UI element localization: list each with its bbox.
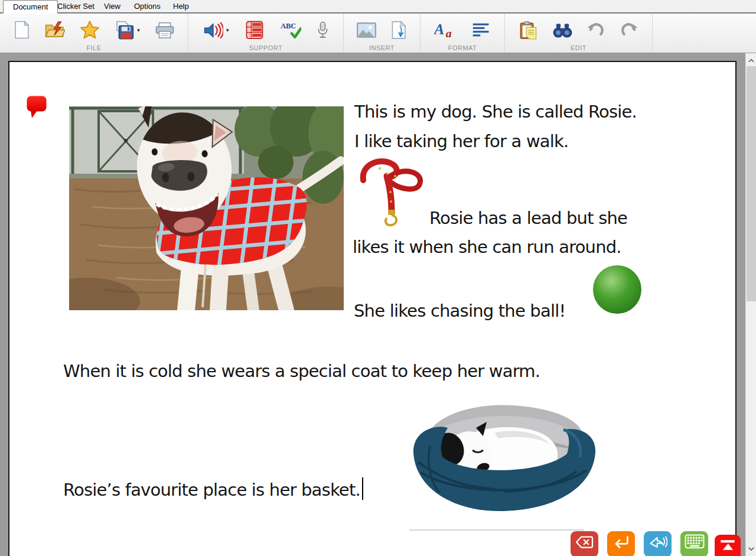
clicker-tab-icon bbox=[719, 538, 737, 552]
save-dropdown-arrow[interactable]: ▼ bbox=[136, 28, 141, 33]
megaphone-icon bbox=[648, 534, 667, 550]
font-aa-icon: Aa bbox=[434, 21, 457, 39]
tab-view[interactable]: View bbox=[104, 0, 120, 13]
doc-line-4[interactable]: likes it when she can run around. bbox=[353, 237, 621, 257]
toolbar-group-file: ▼ FILE bbox=[0, 14, 188, 53]
green-ball-image[interactable] bbox=[592, 265, 642, 317]
enter-icon bbox=[612, 534, 630, 551]
svg-text:1: 1 bbox=[248, 22, 250, 27]
undo-button[interactable] bbox=[586, 16, 606, 44]
favorites-button[interactable] bbox=[79, 16, 101, 44]
spellcheck-button[interactable]: ABC bbox=[279, 16, 302, 44]
star-icon bbox=[80, 20, 100, 40]
insert-picture-button[interactable] bbox=[356, 16, 377, 44]
menu-tab-bar: Document Clicker Set View Options Help bbox=[0, 0, 756, 13]
text-cursor bbox=[362, 477, 364, 500]
print-button[interactable] bbox=[154, 16, 175, 44]
scroll-up-button[interactable] bbox=[746, 54, 756, 66]
save-button[interactable]: ▼ bbox=[113, 16, 142, 44]
doc-line-7[interactable]: Rosie’s favourite place is her basket. bbox=[63, 477, 363, 500]
tab-clicker-set[interactable]: Clicker Set bbox=[57, 0, 94, 13]
clicker-window: Document Clicker Set View Options Help ▼ bbox=[0, 0, 756, 556]
group-label-support: SUPPORT bbox=[188, 44, 343, 51]
speak-button[interactable]: ▼ bbox=[202, 16, 231, 44]
binoculars-icon bbox=[553, 22, 572, 38]
find-button[interactable] bbox=[552, 16, 573, 44]
word-bank-button[interactable]: 123 bbox=[245, 16, 265, 44]
svg-text:3: 3 bbox=[248, 33, 250, 37]
doc-line-1[interactable]: This is my dog. She is called Rosie. bbox=[354, 102, 637, 122]
clipboard-paste-icon bbox=[519, 21, 537, 40]
record-button[interactable] bbox=[316, 16, 330, 44]
document-page[interactable]: This is my dog. She is called Rosie. I l… bbox=[8, 61, 737, 556]
group-label-file: FILE bbox=[0, 44, 188, 51]
keyboard-icon bbox=[685, 534, 705, 549]
abc-check-icon: ABC bbox=[280, 21, 301, 40]
svg-text:a: a bbox=[446, 27, 452, 39]
speaker-icon bbox=[203, 22, 223, 39]
toolbar-group-support: ▼ 123 ABC SUPPORT bbox=[188, 14, 344, 53]
clicker-tab-button[interactable] bbox=[715, 535, 741, 556]
numbered-grid-icon: 123 bbox=[246, 21, 263, 40]
backspace-button[interactable] bbox=[571, 531, 598, 556]
save-floppy-icon bbox=[114, 21, 134, 40]
vertical-scrollbar[interactable] bbox=[745, 53, 756, 556]
speak-dropdown-arrow[interactable]: ▼ bbox=[225, 28, 230, 33]
tab-options[interactable]: Options bbox=[134, 0, 161, 13]
toolbar-spacer bbox=[653, 14, 756, 53]
group-label-edit: EDIT bbox=[505, 44, 652, 51]
toolbar-group-insert: INSERT bbox=[344, 14, 421, 53]
svg-text:2: 2 bbox=[248, 28, 250, 32]
folder-lightning-icon bbox=[45, 21, 65, 38]
group-label-insert: INSERT bbox=[344, 44, 420, 51]
svg-text:A: A bbox=[434, 21, 444, 38]
speech-bubble-icon[interactable] bbox=[27, 96, 47, 122]
printer-icon bbox=[155, 22, 174, 39]
tab-help[interactable]: Help bbox=[173, 0, 189, 13]
paragraph-align-button[interactable] bbox=[471, 16, 492, 44]
speak-aloud-button[interactable] bbox=[644, 531, 672, 556]
dog-photo[interactable] bbox=[69, 106, 344, 313]
image-frame-edge bbox=[409, 529, 584, 531]
undo-arrow-icon bbox=[587, 22, 605, 38]
redo-button[interactable] bbox=[619, 16, 639, 44]
blank-page-icon bbox=[14, 21, 30, 39]
insert-file-button[interactable] bbox=[390, 16, 408, 44]
scroll-down-button[interactable] bbox=[746, 543, 756, 555]
picture-icon bbox=[357, 22, 376, 38]
quick-open-button[interactable] bbox=[44, 16, 66, 44]
microphone-icon bbox=[317, 21, 328, 39]
file-down-arrow-icon bbox=[391, 21, 407, 40]
enter-button[interactable] bbox=[607, 531, 635, 556]
doc-line-3[interactable]: Rosie has a lead but she bbox=[429, 208, 627, 228]
dog-lead-image[interactable] bbox=[356, 157, 426, 229]
paste-button[interactable] bbox=[518, 16, 539, 44]
scrollbar-thumb[interactable] bbox=[747, 66, 756, 301]
keyboard-button[interactable] bbox=[680, 531, 708, 556]
tab-document[interactable]: Document bbox=[3, 0, 58, 14]
doc-line-6[interactable]: When it is cold she wears a special coat… bbox=[63, 361, 540, 381]
doc-line-5[interactable]: She likes chasing the ball! bbox=[354, 301, 565, 321]
chevron-up-icon bbox=[748, 58, 754, 63]
new-document-button[interactable] bbox=[12, 16, 31, 44]
toolbar-group-format: Aa FORMAT bbox=[421, 14, 505, 53]
svg-text:ABC: ABC bbox=[280, 22, 296, 30]
doc-line-2[interactable]: I like taking her for a walk. bbox=[354, 131, 569, 151]
dog-basket-image[interactable] bbox=[406, 397, 602, 521]
ribbon-toolbar: ▼ FILE ▼ 123 ABC bbox=[0, 14, 756, 53]
font-button[interactable]: Aa bbox=[433, 16, 458, 44]
backspace-icon bbox=[575, 534, 594, 550]
align-lines-icon bbox=[472, 22, 491, 38]
toolbar-group-edit: EDIT bbox=[505, 14, 653, 53]
redo-arrow-icon bbox=[620, 22, 638, 38]
group-label-format: FORMAT bbox=[421, 44, 504, 51]
chevron-down-icon bbox=[748, 547, 754, 551]
